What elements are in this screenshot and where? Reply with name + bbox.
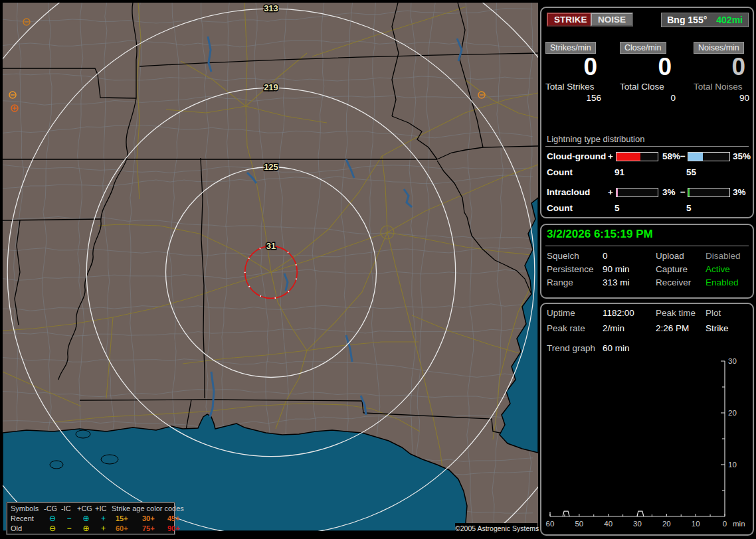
noises-per-min-label: Noises/min bbox=[694, 42, 744, 54]
intracloud-count-row: Count 5 5 bbox=[541, 203, 753, 214]
range-label: Range bbox=[547, 277, 573, 287]
bearing-readout: Bng 155°402mi bbox=[661, 13, 749, 27]
persistence-row: Persistence 90 min Capture Active bbox=[541, 264, 753, 276]
pos-cg-recent-icon: ⊕ bbox=[77, 514, 95, 523]
status-panel: 3/2/2026 6:15:19 PM Squelch 0 Upload Dis… bbox=[540, 224, 754, 299]
total-strikes-value: 156 bbox=[545, 93, 603, 103]
persistence-label: Persistence bbox=[547, 264, 594, 274]
age-90: 90+ bbox=[163, 524, 187, 533]
age-15: 15+ bbox=[112, 514, 138, 523]
close-per-min-value: 0 bbox=[620, 54, 677, 80]
svg-text:10: 10 bbox=[728, 461, 737, 469]
copyright-notice: ©2005 Astrogenic Systems bbox=[455, 523, 537, 534]
total-close-label: Total Close bbox=[620, 82, 677, 92]
minus-sign: − bbox=[680, 187, 686, 197]
squelch-row: Squelch 0 Upload Disabled bbox=[541, 251, 753, 263]
upload-label: Upload bbox=[656, 251, 684, 261]
capture-label: Capture bbox=[656, 264, 688, 274]
neg-cg-old-icon: ⊖ bbox=[44, 524, 61, 533]
lightning-distribution-section: Lightning type distribution Cloud-ground… bbox=[541, 134, 753, 147]
cg-minus-bar bbox=[688, 152, 730, 161]
ic-plus-percent: 3% bbox=[662, 187, 676, 197]
legend-col-pos-ic: +IC bbox=[95, 504, 112, 513]
noise-button[interactable]: NOISE bbox=[591, 13, 633, 27]
pos-ic-recent-icon: + bbox=[95, 514, 112, 523]
svg-text:125: 125 bbox=[264, 162, 278, 172]
trend-panel: Uptime 1182:00 Peak time Plot Peak rate … bbox=[540, 303, 754, 536]
neg-ic-old-icon: − bbox=[61, 524, 77, 533]
plus-sign: + bbox=[608, 187, 613, 197]
svg-text:30: 30 bbox=[728, 357, 737, 365]
strike-button[interactable]: STRIKE bbox=[547, 13, 595, 27]
range-value: 313 mi bbox=[603, 277, 630, 287]
trend-graph: 3020106050403020100min bbox=[541, 304, 753, 534]
ic-minus-percent: 3% bbox=[733, 187, 746, 197]
bearing-distance: 402mi bbox=[716, 15, 743, 25]
close-per-min-label: Close/min bbox=[620, 42, 666, 54]
svg-text:min: min bbox=[733, 520, 745, 528]
map-graphics: 12521931331 bbox=[3, 3, 538, 531]
legend-age-header: Strike age color codes bbox=[112, 504, 187, 513]
symbols-legend: Symbols -CG -IC +CG +IC Strike age color… bbox=[7, 502, 175, 534]
range-row: Range 313 mi Receiver Enabled bbox=[541, 277, 753, 289]
svg-text:60: 60 bbox=[546, 520, 555, 528]
cg-plus-percent: 58% bbox=[662, 151, 680, 161]
cg-minus-bar-fill bbox=[688, 153, 703, 161]
svg-text:313: 313 bbox=[264, 3, 278, 13]
cloud-ground-count-row: Count 91 55 bbox=[541, 167, 753, 179]
ic-minus-bar-fill bbox=[688, 189, 690, 196]
intracloud-label: Intracloud bbox=[547, 187, 590, 197]
svg-text:10: 10 bbox=[692, 520, 700, 528]
plus-sign: + bbox=[608, 151, 613, 161]
intracloud-row: Intracloud + 3% − 3% bbox=[541, 187, 753, 198]
legend-symbols-header: Symbols bbox=[11, 504, 44, 513]
map-canvas[interactable]: 12521931331 Symbols -CG -IC +CG +IC Stri… bbox=[3, 3, 538, 531]
age-60: 60+ bbox=[112, 524, 138, 533]
ic-count-label: Count bbox=[547, 203, 573, 213]
distribution-divider bbox=[545, 146, 749, 147]
age-30: 30+ bbox=[138, 514, 163, 523]
total-noises-label: Total Noises bbox=[694, 82, 751, 92]
age-75: 75+ bbox=[138, 524, 163, 533]
cg-minus-count: 55 bbox=[686, 167, 696, 177]
counters-panel: STRIKE NOISE Bng 155°402mi Strikes/min 0… bbox=[540, 7, 754, 218]
noises-per-min-value: 0 bbox=[694, 54, 751, 80]
datetime-display: 3/2/2026 6:15:19 PM bbox=[545, 228, 749, 246]
legend-recent-label: Recent bbox=[11, 514, 44, 523]
receiver-label: Receiver bbox=[656, 277, 691, 287]
ic-minus-bar bbox=[688, 188, 730, 197]
neg-cg-recent-icon: ⊖ bbox=[44, 514, 61, 523]
receiver-status: Enabled bbox=[706, 277, 739, 287]
legend-old-label: Old bbox=[11, 524, 44, 533]
svg-text:20: 20 bbox=[662, 520, 671, 528]
svg-text:20: 20 bbox=[728, 409, 737, 417]
cloud-ground-row: Cloud-ground + 58% − 35% bbox=[541, 151, 753, 163]
squelch-label: Squelch bbox=[547, 251, 579, 261]
noises-counter-column: Noises/min 0 Total Noises 90 bbox=[694, 41, 751, 103]
ic-plus-count: 5 bbox=[614, 203, 620, 213]
strikes-per-min-value: 0 bbox=[545, 54, 603, 80]
svg-text:50: 50 bbox=[575, 520, 583, 528]
legend-col-neg-cg: -CG bbox=[44, 504, 61, 513]
total-noises-value: 90 bbox=[694, 93, 751, 103]
svg-text:40: 40 bbox=[604, 520, 613, 528]
cg-plus-bar-fill bbox=[616, 153, 640, 161]
cloud-ground-label: Cloud-ground bbox=[547, 151, 606, 161]
svg-text:219: 219 bbox=[264, 82, 278, 92]
legend-col-pos-cg: +CG bbox=[77, 504, 95, 513]
strikes-counter-column: Strikes/min 0 Total Strikes 156 bbox=[545, 41, 603, 103]
squelch-value: 0 bbox=[603, 251, 608, 261]
distribution-header: Lightning type distribution bbox=[547, 134, 753, 144]
minus-sign: − bbox=[680, 151, 686, 161]
legend-col-neg-ic: -IC bbox=[61, 504, 77, 513]
total-strikes-label: Total Strikes bbox=[545, 82, 603, 92]
svg-text:31: 31 bbox=[266, 241, 276, 251]
pos-cg-old-icon: ⊕ bbox=[77, 524, 95, 533]
svg-text:0: 0 bbox=[723, 520, 727, 528]
ic-minus-count: 5 bbox=[686, 203, 692, 213]
bearing-label: Bng 155° bbox=[667, 15, 707, 25]
ic-plus-bar bbox=[616, 188, 658, 197]
cg-minus-percent: 35% bbox=[733, 151, 751, 161]
cg-plus-count: 91 bbox=[614, 167, 624, 177]
neg-ic-recent-icon: − bbox=[61, 514, 77, 523]
